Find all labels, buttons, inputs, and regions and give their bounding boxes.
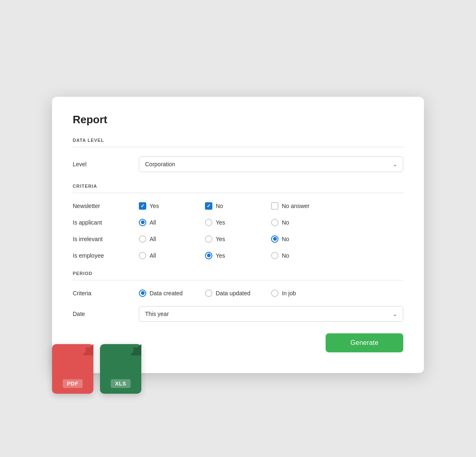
is-employee-yes-label: Yes (216, 252, 225, 259)
newsletter-no-answer-checkbox[interactable] (271, 202, 278, 210)
is-irrelevant-no-radio[interactable] (271, 235, 278, 243)
is-irrelevant-all[interactable]: All (139, 235, 205, 243)
is-applicant-yes[interactable]: Yes (205, 219, 271, 226)
newsletter-no[interactable]: No (205, 202, 271, 210)
period-section-label: PERIOD (73, 271, 403, 276)
is-irrelevant-all-radio[interactable] (139, 235, 146, 243)
divider-data-level (73, 147, 403, 147)
page-title: Report (73, 113, 403, 126)
criteria-data-created-radio[interactable] (139, 290, 146, 297)
is-employee-label: Is employee (73, 252, 139, 259)
is-employee-all[interactable]: All (139, 252, 205, 259)
criteria-data-updated-label: Data updated (216, 290, 250, 297)
is-irrelevant-no[interactable]: No (271, 235, 337, 243)
is-employee-yes-radio[interactable] (205, 252, 212, 259)
is-irrelevant-yes[interactable]: Yes (205, 235, 271, 243)
is-applicant-options: All Yes No (139, 219, 403, 226)
newsletter-yes-checkbox[interactable] (139, 202, 146, 210)
criteria-data-updated-radio[interactable] (205, 290, 212, 297)
pdf-label: PDF (63, 379, 83, 388)
is-employee-no-radio[interactable] (271, 252, 278, 259)
newsletter-no-answer[interactable]: No answer (271, 202, 337, 210)
is-irrelevant-no-label: No (282, 236, 289, 242)
is-irrelevant-row: Is irrelevant All Yes No (73, 235, 403, 243)
newsletter-no-answer-label: No answer (282, 203, 309, 209)
divider-criteria (73, 193, 403, 193)
newsletter-options: Yes No No answer (139, 202, 403, 210)
file-icons-container: PDF XLS (52, 344, 141, 394)
criteria-in-job-radio[interactable] (271, 290, 278, 297)
is-irrelevant-all-label: All (150, 236, 156, 242)
is-applicant-no-label: No (282, 219, 289, 226)
generate-button[interactable]: Generate (326, 333, 403, 352)
is-applicant-row: Is applicant All Yes No (73, 219, 403, 226)
is-applicant-label: Is applicant (73, 219, 139, 226)
criteria-data-updated[interactable]: Data updated (205, 290, 271, 297)
is-irrelevant-label: Is irrelevant (73, 236, 139, 242)
is-applicant-no-radio[interactable] (271, 219, 278, 226)
is-employee-all-label: All (150, 252, 156, 259)
newsletter-no-checkbox[interactable] (205, 202, 212, 210)
is-employee-row: Is employee All Yes No (73, 252, 403, 259)
is-applicant-no[interactable]: No (271, 219, 337, 226)
level-field-row: Level Corporation Individual Team ⌄ (73, 156, 403, 172)
newsletter-label: Newsletter (73, 203, 139, 209)
level-select-wrapper: Corporation Individual Team ⌄ (139, 156, 403, 172)
is-irrelevant-options: All Yes No (139, 235, 403, 243)
criteria-data-created-label: Data created (150, 290, 183, 297)
xls-label: XLS (111, 379, 130, 388)
newsletter-no-label: No (216, 203, 223, 209)
is-employee-all-radio[interactable] (139, 252, 146, 259)
is-applicant-all[interactable]: All (139, 219, 205, 226)
date-label: Date (73, 311, 139, 317)
is-applicant-all-label: All (150, 219, 156, 226)
is-employee-no-label: No (282, 252, 289, 259)
divider-period (73, 280, 403, 280)
xls-file-icon[interactable]: XLS (100, 344, 141, 394)
newsletter-row: Newsletter Yes No No answer (73, 202, 403, 210)
newsletter-yes-label: Yes (150, 203, 159, 209)
level-select[interactable]: Corporation Individual Team (139, 156, 403, 172)
date-select-wrapper: This year Last year Custom range ⌄ (139, 306, 403, 322)
is-applicant-yes-label: Yes (216, 219, 225, 226)
is-irrelevant-yes-radio[interactable] (205, 235, 212, 243)
pdf-fold (52, 344, 93, 373)
criteria-section-label: CRITERIA (73, 184, 403, 189)
period-criteria-options: Data created Data updated In job (139, 290, 403, 297)
is-employee-no[interactable]: No (271, 252, 337, 259)
is-employee-yes[interactable]: Yes (205, 252, 271, 259)
date-row: Date This year Last year Custom range ⌄ (73, 306, 403, 322)
period-criteria-row: Criteria Data created Data updated In jo… (73, 290, 403, 297)
is-irrelevant-yes-label: Yes (216, 236, 225, 242)
xls-fold (100, 344, 141, 373)
period-criteria-label: Criteria (73, 290, 139, 297)
pdf-file-icon[interactable]: PDF (52, 344, 93, 394)
criteria-in-job-label: In job (282, 290, 296, 297)
level-label: Level (73, 161, 139, 167)
criteria-data-created[interactable]: Data created (139, 290, 205, 297)
newsletter-yes[interactable]: Yes (139, 202, 205, 210)
date-select[interactable]: This year Last year Custom range (139, 306, 403, 322)
is-applicant-all-radio[interactable] (139, 219, 146, 226)
is-employee-options: All Yes No (139, 252, 403, 259)
is-applicant-yes-radio[interactable] (205, 219, 212, 226)
data-level-section-label: DATA LEVEL (73, 138, 403, 143)
criteria-in-job[interactable]: In job (271, 290, 337, 297)
